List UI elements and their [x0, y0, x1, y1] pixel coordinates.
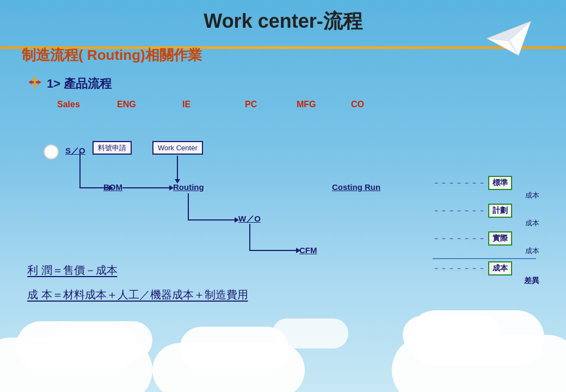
node-routing: Routing: [173, 182, 204, 192]
arrow-so-h: [79, 187, 111, 188]
dashes-plan: －－－－－－－: [433, 206, 486, 216]
arrow-routing-v: [188, 193, 189, 220]
dashes-standard: －－－－－－－: [433, 178, 486, 188]
product-flow-icon: [27, 75, 42, 93]
cfm-label: CFM: [299, 246, 317, 255]
product-flow-header: 1> 產品流程: [27, 75, 550, 93]
actual-sub: 成本: [433, 246, 542, 256]
cost-standard-row: －－－－－－－ 標準: [433, 176, 542, 190]
col-mfg: MFG: [297, 100, 351, 109]
node-costing-run: Costing Run: [332, 182, 380, 192]
flow-diagram: Sales ENG IE PC MFG CO S／O 料號申請 Work Cen…: [27, 100, 544, 268]
dashes-diff: －－－－－－－: [433, 264, 486, 273]
section-header: 制造流程( Routing)相關作業: [22, 46, 550, 65]
col-sales: Sales: [57, 100, 117, 109]
wo-label: W／O: [238, 214, 261, 223]
node-cfm: CFM: [299, 246, 317, 255]
node-work-center: Work Center: [152, 143, 203, 152]
section-title: 制造流程( Routing)相關作業: [22, 47, 202, 63]
bullet-circle: [44, 144, 59, 160]
arrow-so-v: [79, 151, 81, 188]
svg-rect-9: [34, 78, 36, 87]
costing-run-label: Costing Run: [332, 182, 380, 192]
arrow-bom-routing: [122, 187, 171, 188]
node-wo: W／O: [238, 214, 261, 224]
so-label: S／O: [65, 146, 85, 155]
col-pc: PC: [245, 100, 297, 109]
cost-plan-row: －－－－－－－ 計劃: [433, 204, 542, 218]
cost-separator-line: [433, 258, 536, 259]
arrow-wc-bom: [177, 156, 178, 180]
arrow-wo-h: [249, 250, 298, 251]
product-flow-text: 1> 產品流程: [47, 76, 112, 92]
profit-formula: 利 潤＝售價－成本: [27, 263, 248, 278]
title-zh: 流程: [323, 10, 362, 32]
plan-label: 計劃: [488, 204, 512, 218]
actual-label: 實際: [488, 231, 512, 246]
standard-sub: 成本: [433, 191, 542, 200]
page-title: Work center-流程: [16, 8, 550, 35]
arrow-routing-h: [188, 219, 237, 220]
work-center-label: Work Center: [152, 141, 203, 155]
arrow-wo-v: [249, 224, 250, 251]
node-material-request: 料號申請: [93, 143, 132, 153]
diff-label: 成本: [488, 261, 512, 275]
formula-section: 利 潤＝售價－成本 成 本＝材料成本＋人工／機器成本＋制造費用: [27, 263, 248, 302]
col-ie: IE: [182, 100, 245, 109]
col-eng: ENG: [117, 100, 182, 109]
routing-label: Routing: [173, 182, 204, 192]
main-content: Work center-流程 制造流程( Routing)相關作業 1> 產品流…: [0, 0, 566, 392]
standard-label: 標準: [488, 176, 512, 190]
cost-actual-row: －－－－－－－ 實際: [433, 231, 542, 246]
cost-section: －－－－－－－ 標準 成本 －－－－－－－ 計劃 成本 －－－－－－－ 實際 成…: [433, 176, 542, 286]
plan-sub: 成本: [433, 218, 542, 228]
column-headers: Sales ENG IE PC MFG CO: [57, 100, 395, 109]
material-request-label: 料號申請: [93, 141, 132, 155]
cost-formula: 成 本＝材料成本＋人工／機器成本＋制造費用: [27, 287, 248, 302]
title-en: Work center-: [204, 10, 323, 32]
node-so: S／O: [65, 146, 85, 156]
col-co: CO: [351, 100, 395, 109]
dashes-actual: －－－－－－－: [433, 234, 486, 243]
arrowhead-bom: [109, 185, 113, 191]
cost-diff-row: －－－－－－－ 成本: [433, 261, 542, 275]
diff-sub: 差異: [433, 276, 542, 286]
